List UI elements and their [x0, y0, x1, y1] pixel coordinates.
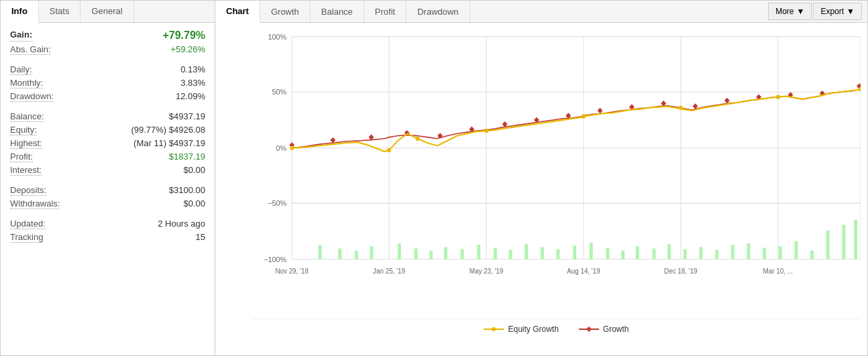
- svg-point-66: [492, 327, 496, 331]
- label-daily: Daily:: [10, 64, 32, 75]
- svg-rect-46: [699, 247, 702, 259]
- chart-legend: Equity Growth Growth: [252, 318, 861, 339]
- tab-balance[interactable]: Balance: [311, 1, 364, 22]
- svg-rect-27: [398, 243, 401, 259]
- svg-rect-37: [557, 249, 560, 259]
- more-button[interactable]: More ▼: [768, 3, 812, 20]
- svg-text:50%: 50%: [272, 88, 287, 96]
- svg-rect-47: [715, 250, 718, 259]
- svg-rect-54: [826, 231, 830, 259]
- svg-rect-50: [763, 248, 766, 259]
- svg-text:−50%: −50%: [268, 199, 286, 207]
- svg-rect-32: [477, 245, 480, 259]
- svg-point-62: [679, 106, 683, 110]
- value-withdrawals: $0.00: [183, 198, 205, 209]
- equity-growth-legend-icon: [484, 325, 504, 333]
- label-abs-gain: Abs. Gain:: [10, 44, 51, 55]
- info-row-tracking: Tracking 15: [10, 232, 205, 243]
- value-tracking: 15: [196, 232, 205, 243]
- info-row-highest: Highest: (Mar 11) $4937.19: [10, 138, 205, 149]
- svg-point-57: [290, 145, 294, 150]
- value-highest: (Mar 11) $4937.19: [133, 138, 205, 149]
- svg-rect-52: [794, 241, 798, 259]
- svg-rect-25: [355, 251, 358, 259]
- value-equity: (99.77%) $4926.08: [131, 125, 205, 135]
- svg-rect-43: [652, 249, 655, 259]
- info-row-drawdown: Drawdown: 12.09%: [10, 91, 205, 102]
- tab-growth[interactable]: Growth: [260, 1, 311, 22]
- growth-markers: [289, 83, 861, 147]
- label-balance: Balance:: [10, 111, 44, 122]
- tab-chart[interactable]: Chart: [215, 1, 260, 23]
- svg-rect-30: [444, 247, 447, 259]
- svg-rect-40: [606, 248, 609, 259]
- legend-growth: Growth: [579, 324, 629, 334]
- svg-rect-51: [779, 246, 782, 259]
- value-daily: 0.13%: [180, 64, 205, 75]
- info-row-withdrawals: Withdrawals: $0.00: [10, 198, 205, 209]
- info-row-profit: Profit: $1837.19: [10, 152, 205, 162]
- svg-rect-29: [429, 251, 433, 259]
- label-interest: Interest:: [10, 165, 42, 176]
- svg-rect-23: [319, 245, 322, 259]
- chart-area: 100% 50% 0% −50% −100% Nov 29, '18 Jan 2…: [215, 23, 867, 356]
- svg-rect-33: [494, 248, 497, 259]
- info-row-monthly: Monthly: 3.83%: [10, 78, 205, 88]
- svg-point-60: [484, 129, 488, 133]
- info-row-equity: Equity: (99.77%) $4926.08: [10, 125, 205, 135]
- svg-text:May 23, '19: May 23, '19: [470, 268, 504, 275]
- value-drawdown: 12.09%: [176, 91, 205, 102]
- tab-drawdown[interactable]: Drawdown: [406, 1, 470, 22]
- info-row-balance: Balance: $4937.19: [10, 111, 205, 122]
- tab-general[interactable]: General: [80, 1, 133, 22]
- info-row-gain: Gain: +79.79%: [10, 29, 205, 42]
- tab-info[interactable]: Info: [1, 1, 39, 23]
- svg-text:Mar 10, ...: Mar 10, ...: [763, 268, 793, 275]
- left-panel: Info Stats General Gain: +79.79% Abs. Ga…: [1, 1, 215, 355]
- svg-text:−100%: −100%: [264, 255, 286, 263]
- info-row-interest: Interest: $0.00: [10, 165, 205, 176]
- label-monthly: Monthly:: [10, 78, 43, 88]
- tab-profit[interactable]: Profit: [364, 1, 406, 22]
- label-withdrawals: Withdrawals:: [10, 198, 60, 209]
- more-chevron-icon: ▼: [797, 7, 805, 16]
- svg-rect-56: [854, 220, 857, 259]
- svg-rect-26: [370, 246, 373, 259]
- label-highest: Highest:: [10, 138, 42, 149]
- label-equity: Equity:: [10, 125, 37, 135]
- info-row-deposits: Deposits: $3100.00: [10, 185, 205, 196]
- svg-rect-39: [590, 243, 593, 259]
- label-profit: Profit:: [10, 152, 33, 162]
- equity-growth-line: [292, 89, 861, 152]
- tab-stats[interactable]: Stats: [39, 1, 81, 22]
- info-row-abs-gain: Abs. Gain: +59.26%: [10, 44, 205, 55]
- label-drawdown: Drawdown:: [10, 91, 54, 102]
- svg-rect-35: [525, 244, 528, 259]
- label-deposits: Deposits:: [10, 185, 46, 196]
- svg-point-61: [582, 114, 586, 118]
- value-deposits: $3100.00: [169, 185, 205, 196]
- svg-point-59: [416, 137, 420, 141]
- right-panel: Chart Growth Balance Profit Drawdown Mor…: [215, 1, 867, 355]
- value-monthly: 3.83%: [180, 78, 205, 88]
- export-button[interactable]: Export ▼: [813, 3, 862, 20]
- svg-rect-38: [573, 245, 576, 259]
- growth-label: Growth: [603, 324, 629, 334]
- value-abs-gain: +59.26%: [170, 44, 205, 55]
- svg-rect-42: [636, 246, 639, 259]
- svg-text:100%: 100%: [268, 33, 287, 41]
- value-updated: 2 Hours ago: [158, 219, 205, 229]
- value-interest: $0.00: [183, 165, 205, 176]
- equity-growth-label: Equity Growth: [508, 324, 558, 334]
- value-gain: +79.79%: [162, 29, 205, 42]
- svg-rect-44: [667, 244, 671, 259]
- svg-text:Jan 25, '19: Jan 25, '19: [373, 268, 405, 275]
- svg-rect-34: [509, 250, 512, 259]
- svg-point-63: [776, 95, 780, 99]
- legend-equity-growth: Equity Growth: [484, 324, 558, 334]
- info-row-daily: Daily: 0.13%: [10, 64, 205, 75]
- svg-rect-53: [810, 251, 814, 259]
- svg-rect-31: [461, 249, 464, 259]
- svg-rect-24: [338, 249, 341, 259]
- svg-text:Aug 14, '19: Aug 14, '19: [567, 268, 600, 275]
